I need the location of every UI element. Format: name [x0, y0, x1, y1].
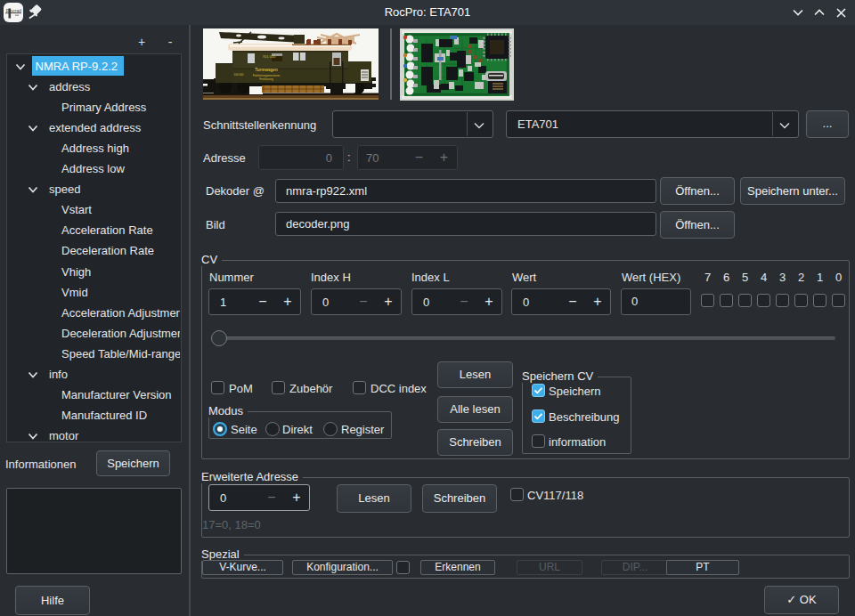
svg-text:100 000: 100 000 [234, 73, 244, 77]
svg-text:Turmwagen: Turmwagen [255, 68, 278, 72]
svg-text:Freilassing: Freilassing [259, 77, 273, 81]
svg-text:701 000: 701 000 [263, 54, 276, 59]
svg-text:Rocrail: Rocrail [6, 8, 21, 13]
